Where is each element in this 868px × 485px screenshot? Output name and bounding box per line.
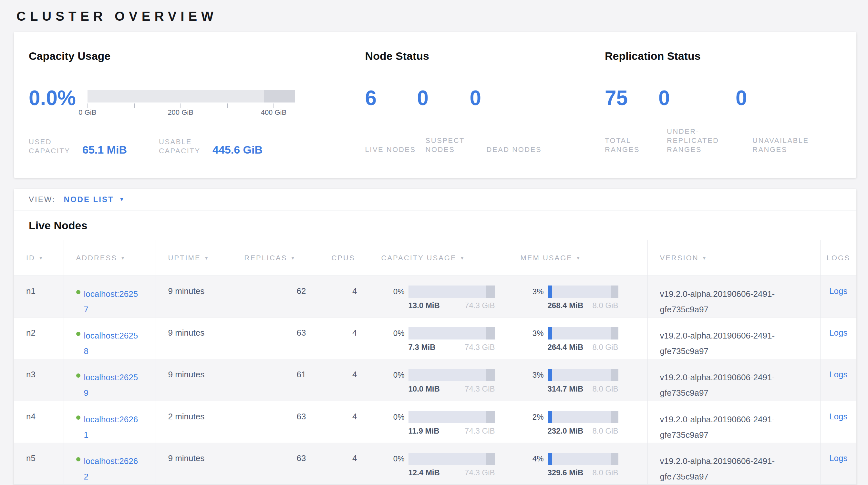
node-address-link[interactable]: localhost:26257 <box>84 286 142 317</box>
capacity-percent-label: 0% <box>389 327 405 340</box>
cell-version: v19.2.0-alpha.20190606-2491-gfe735c9a97 <box>647 443 820 484</box>
axis-tick <box>274 104 274 108</box>
column-header-mem-usage[interactable]: MEM USAGE▼ <box>508 240 647 276</box>
cell-capacity-usage: 0% 10.0 MiB 74.3 GiB <box>369 359 508 401</box>
capacity-percent-label: 0% <box>389 369 405 381</box>
node-address-link[interactable]: localhost:26262 <box>84 453 142 484</box>
node-address-link[interactable]: localhost:26261 <box>84 411 142 443</box>
capacity-reserved-segment <box>486 327 495 340</box>
capacity-usage-bar <box>408 327 495 340</box>
sort-arrow-icon: ▼ <box>576 255 582 261</box>
mem-used-value: 264.4 MiB <box>548 343 584 352</box>
node-status-title: Node Status <box>365 50 605 62</box>
capacity-total-value: 74.3 GiB <box>465 343 495 352</box>
sort-arrow-icon: ▼ <box>702 255 708 261</box>
node-status-section: Node Status 6 0 0 LIVE NODES SUSPECT NOD… <box>365 50 605 178</box>
table-row: n1 localhost:26257 9 minutes 62 4 0% 13.… <box>14 276 857 317</box>
mem-fill <box>548 453 552 465</box>
dead-nodes-label: DEAD NODES <box>487 145 560 154</box>
capacity-percent-value: 0.0% <box>29 88 76 108</box>
logs-link[interactable]: Logs <box>829 370 847 379</box>
dead-nodes-count: 0 <box>470 88 534 108</box>
unavailable-ranges-label: UNAVAILABLE RANGES <box>752 136 841 154</box>
mem-used-value: 268.4 MiB <box>548 301 584 310</box>
cell-mem-usage: 3% 264.4 MiB 8.0 GiB <box>508 317 647 359</box>
total-ranges-count: 75 <box>605 88 658 108</box>
cell-cpus: 4 <box>318 359 369 401</box>
capacity-used-value: 12.4 MiB <box>408 468 440 477</box>
logs-link[interactable]: Logs <box>829 411 847 421</box>
mem-fill <box>548 286 552 298</box>
cell-mem-usage: 3% 268.4 MiB 8.0 GiB <box>508 276 647 317</box>
column-header-capacity-usage[interactable]: CAPACITY USAGE▼ <box>369 240 508 276</box>
cell-uptime: 9 minutes <box>156 443 232 484</box>
cell-uptime: 9 minutes <box>156 276 232 317</box>
chevron-down-icon: ▼ <box>119 196 125 203</box>
unavailable-ranges-count: 0 <box>736 88 816 108</box>
sort-arrow-icon: ▼ <box>460 255 466 261</box>
view-selector-dropdown[interactable]: NODE LIST ▼ <box>64 195 125 204</box>
axis-tick-label: 200 GiB <box>167 108 193 117</box>
column-header-version[interactable]: VERSION▼ <box>647 240 820 276</box>
cluster-overview-page: CLUSTER OVERVIEW Capacity Usage 0.0% <box>0 0 868 485</box>
mem-used-value: 329.6 MiB <box>548 468 584 477</box>
node-list-card: VIEW: NODE LIST ▼ Live Nodes ID▼ ADDRESS… <box>14 189 857 485</box>
logs-link[interactable]: Logs <box>829 286 847 296</box>
cell-capacity-usage: 0% 11.9 MiB 74.3 GiB <box>369 401 508 443</box>
usable-capacity-label: USABLE CAPACITY <box>159 137 207 155</box>
axis-tick <box>181 104 181 108</box>
cell-node-id: n1 <box>14 276 64 317</box>
live-status-dot-icon <box>76 457 81 461</box>
live-nodes-table: ID▼ ADDRESS▼ UPTIME▼ REPLICAS▼ CPUS CAPA… <box>14 240 857 485</box>
capacity-bar-reserved-segment <box>264 90 295 103</box>
mem-percent-label: 3% <box>528 286 544 298</box>
node-address-link[interactable]: localhost:26258 <box>84 328 142 359</box>
under-replicated-ranges-label: UNDER-REPLICATED RANGES <box>667 127 752 154</box>
cell-capacity-usage: 0% 7.3 MiB 74.3 GiB <box>369 317 508 359</box>
capacity-total-value: 74.3 GiB <box>465 468 495 477</box>
cell-cpus: 4 <box>318 401 369 443</box>
capacity-bar-track <box>88 90 295 103</box>
capacity-reserved-segment <box>486 369 495 381</box>
used-capacity-value: 65.1 MiB <box>82 144 127 156</box>
table-row: n5 localhost:26262 9 minutes 63 4 0% 12.… <box>14 443 857 484</box>
column-header-cpus: CPUS <box>318 240 369 276</box>
capacity-usage-bar <box>408 453 495 465</box>
mem-total-value: 8.0 GiB <box>592 343 618 352</box>
cell-version: v19.2.0-alpha.20190606-2491-gfe735c9a97 <box>647 401 820 443</box>
mem-percent-label: 2% <box>528 411 544 423</box>
capacity-usage-bar <box>408 286 495 298</box>
cell-logs: Logs <box>820 317 857 359</box>
capacity-total-value: 74.3 GiB <box>465 384 495 394</box>
capacity-used-value: 10.0 MiB <box>408 384 440 394</box>
used-capacity-stat: USED CAPACITY 65.1 MiB <box>29 137 159 155</box>
node-address-link[interactable]: localhost:26259 <box>84 370 142 401</box>
mem-percent-label: 3% <box>528 327 544 340</box>
capacity-percent-label: 0% <box>389 453 405 465</box>
capacity-usage-title: Capacity Usage <box>29 50 365 62</box>
replication-status-section: Replication Status 75 0 0 TOTAL RANGES U… <box>605 50 841 178</box>
cell-logs: Logs <box>820 276 857 317</box>
view-bar: VIEW: NODE LIST ▼ <box>14 189 857 210</box>
suspect-nodes-label: SUSPECT NODES <box>426 136 487 154</box>
cell-mem-usage: 3% 314.7 MiB 8.0 GiB <box>508 359 647 401</box>
cell-capacity-usage: 0% 13.0 MiB 74.3 GiB <box>369 276 508 317</box>
column-header-id[interactable]: ID▼ <box>14 240 64 276</box>
mem-percent-label: 3% <box>528 369 544 381</box>
cell-node-id: n4 <box>14 401 64 443</box>
cell-logs: Logs <box>820 401 857 443</box>
logs-link[interactable]: Logs <box>829 328 847 338</box>
live-status-dot-icon <box>76 290 81 294</box>
mem-usage-bar <box>548 327 618 340</box>
mem-usage-bar <box>548 286 618 298</box>
column-header-replicas[interactable]: REPLICAS▼ <box>232 240 318 276</box>
cell-uptime: 2 minutes <box>156 401 232 443</box>
column-header-uptime[interactable]: UPTIME▼ <box>156 240 232 276</box>
column-header-logs: LOGS <box>820 240 857 276</box>
live-status-dot-icon <box>76 373 81 378</box>
column-header-address[interactable]: ADDRESS▼ <box>64 240 156 276</box>
logs-link[interactable]: Logs <box>829 453 847 463</box>
cell-replicas: 63 <box>232 317 318 359</box>
cell-node-id: n3 <box>14 359 64 401</box>
cell-uptime: 9 minutes <box>156 317 232 359</box>
